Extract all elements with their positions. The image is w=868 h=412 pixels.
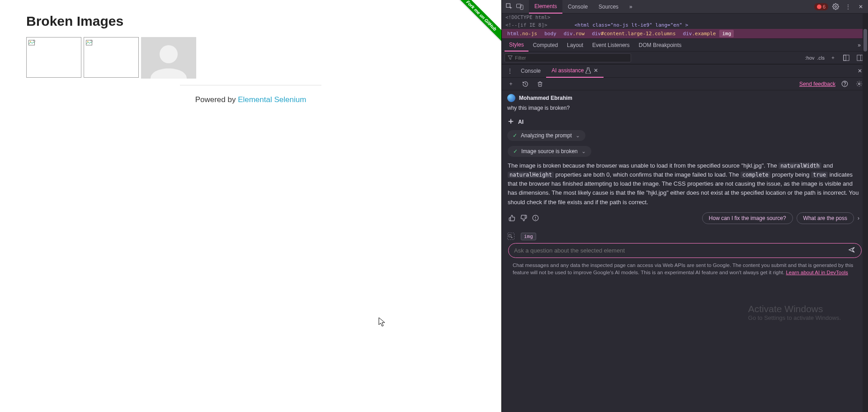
computed-styles-icon[interactable] xyxy=(842,53,851,62)
chevron-right-icon[interactable]: › xyxy=(858,215,859,221)
broken-image-2[interactable] xyxy=(84,37,139,78)
suggestion-pill-1[interactable]: How can I fix the image source? xyxy=(702,212,793,224)
kebab-menu-icon[interactable]: ⋮ xyxy=(844,2,853,11)
tab-sources[interactable]: Sources xyxy=(593,0,624,14)
device-toolbar-icon[interactable] xyxy=(515,2,524,11)
cls-toggle[interactable]: .cls xyxy=(817,55,825,61)
element-reference-row: img xyxy=(507,233,863,240)
svg-point-1 xyxy=(30,41,31,42)
subtab-layout[interactable]: Layout xyxy=(562,39,588,52)
devtools-main-tabs: Elements Console Sources » xyxy=(529,0,638,14)
styles-filter-field[interactable] xyxy=(515,55,628,61)
flask-icon xyxy=(585,67,591,74)
thumbs-up-icon[interactable] xyxy=(508,214,516,222)
ai-input-field[interactable] xyxy=(514,247,844,254)
learn-ai-link[interactable]: Learn about AI in DevTools xyxy=(786,270,848,275)
svg-rect-20 xyxy=(509,235,511,237)
dom-breadcrumb: html.no-js body div.row div#content.larg… xyxy=(502,29,868,39)
tab-elements[interactable]: Elements xyxy=(529,0,562,14)
dom-source-line[interactable]: <!--[if IE 8]> <html class="no-js lt-ie9… xyxy=(502,21,868,29)
ai-settings-icon[interactable] xyxy=(854,80,863,89)
crumb-row[interactable]: div.row xyxy=(560,30,588,37)
subtab-eventlisteners[interactable]: Event Listeners xyxy=(588,39,634,52)
crumb-img-selected[interactable]: img xyxy=(719,30,734,37)
drawer-tab-ai[interactable]: AI assistance ✕ xyxy=(546,64,604,78)
check-icon: ✓ xyxy=(513,148,518,154)
ai-disclaimer: Chat messages and any data the inspected… xyxy=(507,262,863,281)
svg-rect-11 xyxy=(844,55,846,60)
svg-point-15 xyxy=(844,85,845,85)
check-icon: ✓ xyxy=(513,132,517,139)
hov-toggle[interactable]: :hov xyxy=(805,55,815,61)
crumb-example[interactable]: div.example xyxy=(679,30,720,37)
settings-icon[interactable] xyxy=(831,2,840,11)
error-count: 6 xyxy=(823,4,826,9)
svg-rect-10 xyxy=(844,55,849,60)
chevron-down-icon: ⌄ xyxy=(581,148,586,154)
subtab-dombreakpoints[interactable]: DOM Breakpoints xyxy=(634,39,686,52)
svg-rect-8 xyxy=(520,5,523,9)
ai-step-source-broken[interactable]: ✓ Image source is broken ⌄ xyxy=(508,146,591,157)
svg-point-9 xyxy=(835,6,836,8)
devtools-scrollbar[interactable] xyxy=(863,14,868,412)
ai-response-text: The image is broken because the browser … xyxy=(508,161,859,207)
thumbs-down-icon[interactable] xyxy=(519,214,528,222)
drawer-tab-console[interactable]: Console xyxy=(515,64,546,78)
devtools-top-toolbar: Elements Console Sources » 6 ⋮ ✕ xyxy=(502,0,868,14)
svg-rect-12 xyxy=(857,55,863,60)
element-chip[interactable]: img xyxy=(521,233,536,240)
error-badge[interactable]: 6 xyxy=(814,3,828,10)
delete-icon[interactable] xyxy=(535,80,544,89)
chevron-down-icon: ⌄ xyxy=(576,132,580,139)
footer-link[interactable]: Elemental Selenium xyxy=(238,95,306,104)
close-ai-tab-icon[interactable]: ✕ xyxy=(594,67,598,74)
help-icon[interactable] xyxy=(840,80,849,89)
ai-conversation: Mohammed Ebrahim why this image is broke… xyxy=(502,90,868,412)
suggestion-pill-2[interactable]: What are the poss xyxy=(797,212,854,224)
avatar-icon xyxy=(141,37,196,79)
svg-point-3 xyxy=(87,41,88,42)
crumb-html[interactable]: html.no-js xyxy=(504,30,541,37)
ai-toolbar: ＋ Send feedback xyxy=(502,78,868,90)
close-devtools-icon[interactable]: ✕ xyxy=(856,2,865,11)
ai-actions-row: How can I fix the image source? What are… xyxy=(508,212,859,224)
fork-ribbon[interactable]: Fork me on GitHub xyxy=(443,0,501,59)
drawer-kebab-icon[interactable]: ⋮ xyxy=(505,66,514,75)
devtools-panel: Elements Console Sources » 6 ⋮ ✕ <!DOCTY… xyxy=(501,0,868,412)
subtab-computed[interactable]: Computed xyxy=(528,39,562,52)
tab-more[interactable]: » xyxy=(624,0,638,14)
report-icon[interactable] xyxy=(531,214,539,222)
error-dot-icon xyxy=(817,5,821,9)
cursor-icon xyxy=(378,317,387,328)
user-question: why this image is broken? xyxy=(507,105,863,111)
sparkle-icon xyxy=(507,118,514,126)
ai-user-row: Mohammed Ebrahim xyxy=(507,94,863,102)
styles-filter-row: :hov .cls ＋ xyxy=(502,52,868,64)
user-name: Mohammed Ebrahim xyxy=(519,95,572,101)
tab-console[interactable]: Console xyxy=(562,0,593,14)
styles-subtabs: Styles Computed Layout Event Listeners D… xyxy=(502,39,868,52)
broken-image-1[interactable] xyxy=(26,37,81,78)
send-icon[interactable] xyxy=(848,246,856,255)
element-selector-icon[interactable] xyxy=(507,233,514,240)
broken-image-icon xyxy=(28,39,36,47)
scroll-thumb[interactable] xyxy=(863,29,867,52)
drawer-tabs: ⋮ Console AI assistance ✕ ✕ xyxy=(502,64,868,78)
new-chat-icon[interactable]: ＋ xyxy=(506,80,515,89)
subtab-styles[interactable]: Styles xyxy=(505,39,528,52)
history-icon[interactable] xyxy=(521,80,530,89)
avatar-placeholder-image[interactable] xyxy=(141,37,196,79)
styles-filter-input[interactable] xyxy=(505,53,631,62)
inspect-element-icon[interactable] xyxy=(505,2,514,11)
ai-input[interactable] xyxy=(508,243,862,258)
fork-ribbon-label: Fork me on GitHub xyxy=(447,0,501,50)
crumb-content[interactable]: div#content.large-12.columns xyxy=(588,30,679,37)
footer-text: Powered by Elemental Selenium xyxy=(180,95,321,104)
send-feedback-link[interactable]: Send feedback xyxy=(799,81,835,87)
dom-source-line[interactable]: <!DOCTYPE html> xyxy=(502,14,868,21)
inspected-page: Fork me on GitHub Broken Images xyxy=(0,0,501,412)
user-avatar-icon xyxy=(507,94,515,102)
crumb-body[interactable]: body xyxy=(541,30,560,37)
ai-step-analyzing[interactable]: ✓ Analyzing the prompt ⌄ xyxy=(507,130,585,141)
new-style-rule-icon[interactable]: ＋ xyxy=(828,53,837,62)
